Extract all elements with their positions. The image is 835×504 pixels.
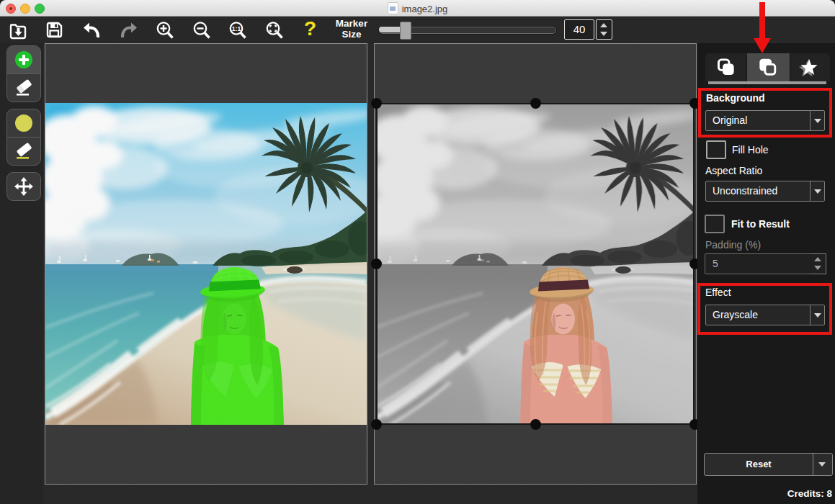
svg-text:1:1: 1:1 (232, 25, 241, 32)
